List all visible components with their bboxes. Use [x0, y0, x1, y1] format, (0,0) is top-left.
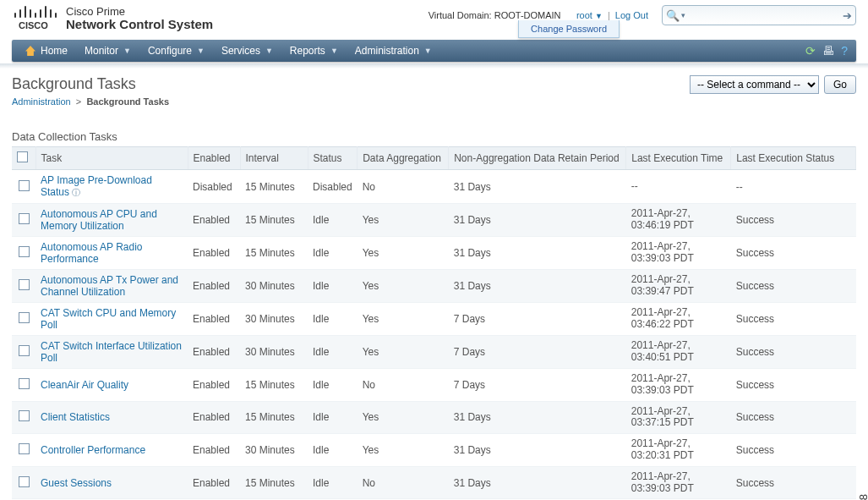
cell-agg: Yes [358, 336, 449, 369]
col-checkbox[interactable] [12, 147, 35, 170]
cell-enabled: Enabled [188, 336, 240, 369]
cell-lastexec: 2011-Apr-27,03:39:03 PDT [626, 466, 731, 499]
help-icon[interactable]: ? [841, 44, 848, 58]
col-lastexec[interactable]: Last Execution Time [626, 147, 731, 170]
search-go-icon[interactable]: ➔ [843, 9, 852, 22]
cell-retain: 31 Days [449, 434, 626, 467]
cell-status: Idle [308, 434, 358, 467]
cell-lastexec: 2011-Apr-27,03:39:03 PDT [626, 237, 731, 270]
virtual-domain: Virtual Domain: ROOT-DOMAIN [429, 10, 564, 20]
cell-agg: Yes [358, 237, 449, 270]
cell-lastexec: 2011-Apr-27,03:46:19 PDT [626, 204, 731, 237]
task-link[interactable]: Autonomous AP Radio Performance [41, 241, 143, 265]
cell-lastexec: 2011-Apr-27,03:40:51 PDT [626, 336, 731, 369]
task-link[interactable]: Guest Sessions [41, 477, 112, 489]
cell-lastexec: 2011-Apr-27,03:37:15 PDT [626, 401, 731, 434]
nav-configure[interactable]: Configure▼ [139, 40, 213, 62]
cell-interval: 15 Minutes [240, 401, 308, 434]
table-row: Client StatisticsEnabled15 MinutesIdleYe… [12, 401, 856, 434]
row-checkbox[interactable] [19, 312, 30, 323]
nav-monitor[interactable]: Monitor▼ [76, 40, 139, 62]
logout-link[interactable]: Log Out [615, 10, 648, 20]
task-link[interactable]: Autonomous AP Tx Power and Channel Utili… [41, 274, 178, 298]
task-link[interactable]: Autonomous AP CPU and Memory Utilization [41, 208, 157, 232]
cell-interval: 15 Minutes [240, 170, 308, 204]
breadcrumb: Administration > Background Tasks [12, 96, 169, 107]
change-password-item[interactable]: Change Password [518, 20, 620, 38]
cell-interval: 30 Minutes [240, 336, 308, 369]
cell-retain: 7 Days [449, 303, 626, 336]
section-title: Data Collection Tasks [12, 130, 856, 143]
page-title: Background Tasks [12, 75, 169, 93]
row-checkbox[interactable] [19, 443, 30, 454]
table-row: Guest SessionsEnabled15 MinutesIdleNo31 … [12, 466, 856, 499]
row-checkbox[interactable] [19, 345, 30, 356]
cell-interval: 30 Minutes [240, 434, 308, 467]
cell-retain: 31 Days [449, 401, 626, 434]
row-checkbox[interactable] [19, 410, 30, 421]
task-link[interactable]: CAT Switch Interface Utilization Poll [41, 340, 182, 364]
cell-status: Idle [308, 369, 358, 402]
table-row: Autonomous AP Radio PerformanceEnabled15… [12, 237, 856, 270]
cell-lastexec: 2011-Apr-27,03:39:47 PDT [626, 270, 731, 303]
cell-enabled: Disabled [188, 170, 240, 204]
cell-status: Idle [308, 237, 358, 270]
row-checkbox[interactable] [19, 180, 30, 191]
refresh-icon[interactable]: ⟳ [805, 44, 816, 58]
cell-agg: No [358, 466, 449, 499]
cell-retain: 31 Days [449, 237, 626, 270]
cell-laststatus: Success [731, 270, 856, 303]
print-icon[interactable]: 🖶 [822, 44, 834, 58]
col-agg[interactable]: Data Aggregation [358, 147, 449, 170]
table-row: Autonomous AP Tx Power and Channel Utili… [12, 270, 856, 303]
row-checkbox[interactable] [19, 378, 30, 389]
cell-interval: 15 Minutes [240, 466, 308, 499]
nav-reports[interactable]: Reports▼ [281, 40, 347, 62]
cell-status: Idle [308, 466, 358, 499]
nav-services[interactable]: Services▼ [213, 40, 281, 62]
search-icon[interactable]: 🔍 [666, 9, 680, 22]
cell-agg: Yes [358, 401, 449, 434]
table-row: CAT Switch Interface Utilization PollEna… [12, 336, 856, 369]
col-interval[interactable]: Interval [240, 147, 308, 170]
breadcrumb-parent[interactable]: Administration [12, 96, 71, 107]
svg-text:CISCO: CISCO [19, 20, 48, 30]
task-link[interactable]: CleanAir Air Quality [41, 379, 128, 391]
main-nav: Home Monitor▼ Configure▼ Services▼ Repor… [12, 40, 856, 62]
cell-agg: Yes [358, 204, 449, 237]
breadcrumb-current: Background Tasks [86, 96, 169, 107]
col-enabled[interactable]: Enabled [188, 147, 240, 170]
task-link[interactable]: Controller Performance [41, 444, 145, 456]
cell-enabled: Enabled [188, 466, 240, 499]
task-link[interactable]: Client Statistics [41, 411, 110, 423]
cell-laststatus: Success [731, 401, 856, 434]
row-checkbox[interactable] [19, 213, 30, 224]
row-checkbox[interactable] [19, 476, 30, 487]
search-scope-caret[interactable]: ▾ [681, 11, 685, 19]
row-checkbox[interactable] [19, 279, 30, 290]
go-button[interactable]: Go [824, 75, 856, 94]
cell-interval: 30 Minutes [240, 303, 308, 336]
col-status[interactable]: Status [308, 147, 358, 170]
user-menu[interactable]: root ▼ [576, 10, 603, 20]
search-input[interactable] [689, 9, 843, 21]
cell-retain: 7 Days [449, 369, 626, 402]
info-icon[interactable]: ⓘ [72, 188, 80, 197]
cell-status: Idle [308, 270, 358, 303]
nav-home[interactable]: Home [17, 40, 76, 62]
col-retain[interactable]: Non-Aggregation Data Retain Period [449, 147, 626, 170]
row-checkbox[interactable] [19, 246, 30, 257]
task-link[interactable]: AP Image Pre-Download Status [41, 174, 152, 198]
cell-laststatus: Success [731, 369, 856, 402]
home-icon [25, 46, 35, 56]
nav-administration[interactable]: Administration▼ [347, 40, 440, 62]
cell-interval: 15 Minutes [240, 369, 308, 402]
cell-laststatus: -- [731, 170, 856, 204]
cell-agg: Yes [358, 303, 449, 336]
col-task[interactable]: Task [35, 147, 188, 170]
search-box[interactable]: 🔍 ▾ ➔ [662, 5, 856, 25]
col-laststatus[interactable]: Last Execution Status [731, 147, 856, 170]
cell-lastexec: 2011-Apr-27,03:39:03 PDT [626, 369, 731, 402]
command-select[interactable]: -- Select a command -- [690, 75, 819, 94]
task-link[interactable]: CAT Switch CPU and Memory Poll [41, 307, 176, 331]
